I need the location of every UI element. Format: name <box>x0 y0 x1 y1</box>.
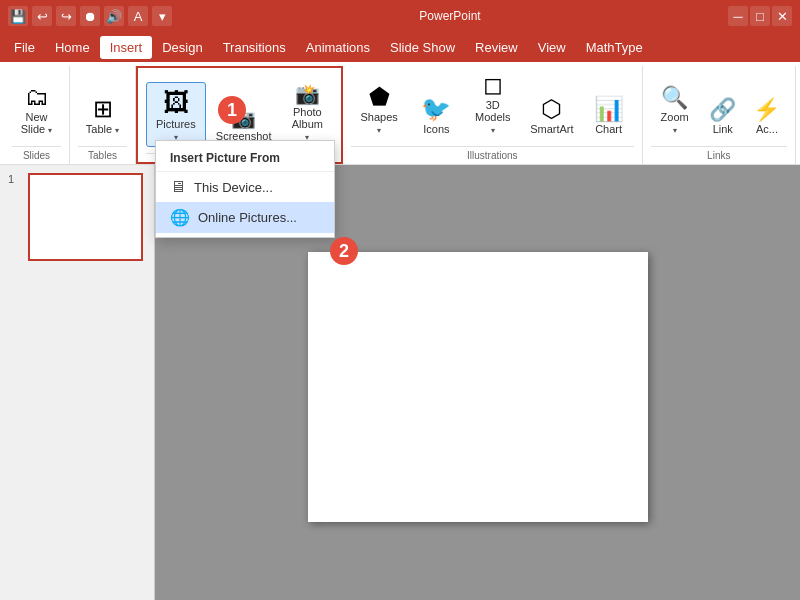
save-icon[interactable]: 💾 <box>8 6 28 26</box>
online-icon: 🌐 <box>170 208 190 227</box>
links-group-label: Links <box>651 146 787 164</box>
smartart-label: SmartArt <box>530 123 573 135</box>
bottom-section: 1 <box>0 165 800 600</box>
device-icon: 🖥 <box>170 178 186 196</box>
more-icon[interactable]: ▾ <box>152 6 172 26</box>
photo-album-label: PhotoAlbum ▾ <box>289 106 326 142</box>
new-slide-button[interactable]: 🗂 NewSlide ▾ <box>12 80 62 140</box>
title-bar: 💾 ↩ ↪ ⏺ 🔊 A ▾ PowerPoint ─ □ ✕ <box>0 0 800 32</box>
chart-label: Chart <box>595 123 622 135</box>
ribbon-group-illustrations: ⬟ Shapes ▾ 🐦 Icons ◻ 3DModels ▾ ⬡ SmartA… <box>343 66 643 164</box>
online-pictures-label: Online Pictures... <box>198 210 297 225</box>
icons-icon: 🐦 <box>421 95 451 123</box>
menu-transitions[interactable]: Transitions <box>213 36 296 59</box>
zoom-label: Zoom ▾ <box>658 111 692 135</box>
shapes-icon: ⬟ <box>369 83 390 111</box>
ribbon: 🗂 NewSlide ▾ Slides ⊞ Table ▾ Tables 🖼 P <box>0 62 800 165</box>
menu-review[interactable]: Review <box>465 36 528 59</box>
3d-models-label: 3DModels ▾ <box>472 99 513 135</box>
menu-mathtype[interactable]: MathType <box>576 36 653 59</box>
step-2-badge: 2 <box>330 237 358 265</box>
dropdown-header: Insert Picture From <box>156 145 334 172</box>
zoom-icon: 🔍 <box>661 85 688 111</box>
new-slide-label: NewSlide ▾ <box>21 111 53 135</box>
menu-bar: File Home Insert Design Transitions Anim… <box>0 32 800 62</box>
table-button[interactable]: ⊞ Table ▾ <box>78 92 128 140</box>
menu-file[interactable]: File <box>4 36 45 59</box>
slide-main[interactable] <box>308 252 648 522</box>
font-icon[interactable]: A <box>128 6 148 26</box>
slide-thumb-row: 1 <box>8 173 146 261</box>
redo-icon[interactable]: ↪ <box>56 6 76 26</box>
title-text: PowerPoint <box>419 9 480 23</box>
record-icon[interactable]: ⏺ <box>80 6 100 26</box>
ribbon-group-tables: ⊞ Table ▾ Tables <box>70 66 136 164</box>
audio-icon[interactable]: 🔊 <box>104 6 124 26</box>
illustrations-group-label: Illustrations <box>351 146 634 164</box>
menu-insert[interactable]: Insert <box>100 36 153 59</box>
pictures-button[interactable]: 🖼 Pictures ▾ <box>146 82 206 147</box>
pictures-label: Pictures ▾ <box>153 118 199 142</box>
online-pictures-item[interactable]: 🌐 Online Pictures... <box>156 202 334 233</box>
new-slide-icon: 🗂 <box>25 85 49 109</box>
undo-icon[interactable]: ↩ <box>32 6 52 26</box>
this-device-item[interactable]: 🖥 This Device... <box>156 172 334 202</box>
title-bar-icons: 💾 ↩ ↪ ⏺ 🔊 A ▾ <box>8 6 172 26</box>
minimize-icon[interactable]: ─ <box>728 6 748 26</box>
menu-home[interactable]: Home <box>45 36 100 59</box>
icons-label: Icons <box>423 123 449 135</box>
tables-group-label: Tables <box>78 146 127 164</box>
action-icon: ⚡ <box>753 97 780 123</box>
this-device-label: This Device... <box>194 180 273 195</box>
insert-picture-dropdown: Insert Picture From 🖥 This Device... 🌐 O… <box>155 140 335 238</box>
smartart-icon: ⬡ <box>541 95 562 123</box>
link-label: Link <box>713 123 733 135</box>
chart-button[interactable]: 📊 Chart <box>584 90 634 140</box>
menu-view[interactable]: View <box>528 36 576 59</box>
ribbon-group-links: 🔍 Zoom ▾ 🔗 Link ⚡ Ac... Links <box>643 66 796 164</box>
link-icon: 🔗 <box>709 97 736 123</box>
slide-number: 1 <box>8 173 24 185</box>
menu-slideshow[interactable]: Slide Show <box>380 36 465 59</box>
close-icon[interactable]: ✕ <box>772 6 792 26</box>
slides-group-label: Slides <box>12 146 61 164</box>
shapes-label: Shapes ▾ <box>358 111 400 135</box>
step-1-badge: 1 <box>218 96 246 124</box>
icons-button[interactable]: 🐦 Icons <box>411 90 461 140</box>
ribbon-group-slides: 🗂 NewSlide ▾ Slides <box>4 66 70 164</box>
action-label: Ac... <box>756 123 778 135</box>
chart-icon: 📊 <box>594 95 624 123</box>
3d-models-button[interactable]: ◻ 3DModels ▾ <box>465 66 520 140</box>
menu-animations[interactable]: Animations <box>296 36 380 59</box>
slide-thumbnail[interactable] <box>28 173 143 261</box>
link-button[interactable]: 🔗 Link <box>703 92 743 140</box>
smartart-button[interactable]: ⬡ SmartArt <box>524 90 580 140</box>
3d-models-icon: ◻ <box>483 71 503 99</box>
menu-design[interactable]: Design <box>152 36 212 59</box>
photo-album-button[interactable]: 📸 PhotoAlbum ▾ <box>282 77 333 147</box>
photo-album-icon: 📸 <box>295 82 320 106</box>
shapes-button[interactable]: ⬟ Shapes ▾ <box>351 78 407 140</box>
slide-panel: 1 <box>0 165 155 600</box>
table-icon: ⊞ <box>93 97 113 121</box>
pictures-icon: 🖼 <box>163 87 189 118</box>
action-button[interactable]: ⚡ Ac... <box>747 92 787 140</box>
zoom-button[interactable]: 🔍 Zoom ▾ <box>651 80 699 140</box>
table-label: Table ▾ <box>86 123 119 135</box>
maximize-icon[interactable]: □ <box>750 6 770 26</box>
